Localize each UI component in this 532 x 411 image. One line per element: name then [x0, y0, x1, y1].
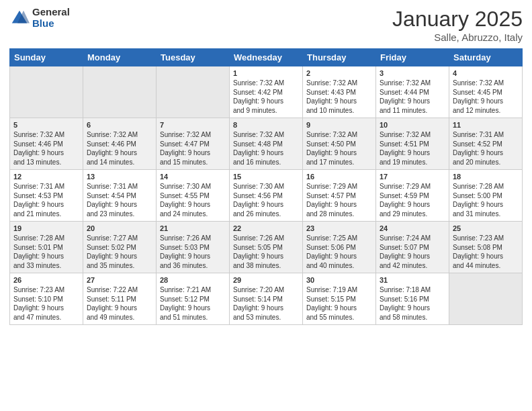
month-title: January 2025 — [392, 7, 523, 32]
day-number: 3 — [380, 69, 445, 77]
day-info: Sunrise: 7:28 AM Sunset: 5:01 PM Dayligh… — [13, 234, 79, 270]
day-number: 30 — [306, 276, 372, 284]
location-title: Salle, Abruzzo, Italy — [392, 32, 523, 43]
day-number: 23 — [306, 224, 372, 232]
day-info: Sunrise: 7:18 AM Sunset: 5:16 PM Dayligh… — [380, 285, 445, 322]
day-cell: 25Sunrise: 7:23 AM Sunset: 5:08 PM Dayli… — [449, 222, 523, 273]
day-cell: 9Sunrise: 7:32 AM Sunset: 4:50 PM Daylig… — [303, 118, 376, 170]
day-cell: 2Sunrise: 7:32 AM Sunset: 4:43 PM Daylig… — [303, 66, 376, 118]
day-info: Sunrise: 7:32 AM Sunset: 4:51 PM Dayligh… — [380, 130, 445, 167]
day-cell: 11Sunrise: 7:31 AM Sunset: 4:52 PM Dayli… — [449, 118, 523, 170]
day-info: Sunrise: 7:22 AM Sunset: 5:11 PM Dayligh… — [87, 285, 152, 322]
day-number: 12 — [13, 173, 79, 181]
day-info: Sunrise: 7:31 AM Sunset: 4:54 PM Dayligh… — [87, 182, 152, 218]
day-info: Sunrise: 7:32 AM Sunset: 4:46 PM Dayligh… — [13, 130, 79, 167]
day-number: 20 — [87, 224, 152, 232]
day-cell: 19Sunrise: 7:28 AM Sunset: 5:01 PM Dayli… — [10, 222, 83, 273]
logo-blue: Blue — [32, 18, 70, 30]
day-info: Sunrise: 7:19 AM Sunset: 5:15 PM Dayligh… — [306, 285, 372, 322]
day-info: Sunrise: 7:29 AM Sunset: 4:59 PM Dayligh… — [380, 182, 445, 218]
day-number: 6 — [87, 121, 152, 129]
day-info: Sunrise: 7:32 AM Sunset: 4:47 PM Dayligh… — [160, 130, 226, 167]
day-cell: 1Sunrise: 7:32 AM Sunset: 4:42 PM Daylig… — [230, 66, 303, 118]
day-info: Sunrise: 7:31 AM Sunset: 4:52 PM Dayligh… — [453, 130, 519, 167]
day-number: 18 — [453, 173, 519, 181]
day-number: 29 — [233, 276, 299, 284]
day-cell — [157, 66, 230, 118]
weekday-header-saturday: Saturday — [449, 49, 523, 66]
day-cell: 17Sunrise: 7:29 AM Sunset: 4:59 PM Dayli… — [376, 170, 449, 222]
week-row-2: 5Sunrise: 7:32 AM Sunset: 4:46 PM Daylig… — [10, 118, 523, 170]
day-cell: 3Sunrise: 7:32 AM Sunset: 4:44 PM Daylig… — [376, 66, 449, 118]
weekday-header-wednesday: Wednesday — [230, 49, 303, 66]
day-info: Sunrise: 7:20 AM Sunset: 5:14 PM Dayligh… — [233, 285, 299, 322]
day-number: 10 — [380, 121, 445, 129]
day-cell: 24Sunrise: 7:24 AM Sunset: 5:07 PM Dayli… — [376, 222, 449, 273]
day-info: Sunrise: 7:32 AM Sunset: 4:48 PM Dayligh… — [233, 130, 299, 167]
logo-general: General — [32, 7, 70, 18]
week-row-4: 19Sunrise: 7:28 AM Sunset: 5:01 PM Dayli… — [10, 222, 523, 273]
day-number: 8 — [233, 121, 299, 129]
day-cell: 10Sunrise: 7:32 AM Sunset: 4:51 PM Dayli… — [376, 118, 449, 170]
day-cell — [83, 66, 157, 118]
day-number: 7 — [160, 121, 226, 129]
day-number: 2 — [306, 69, 372, 77]
day-info: Sunrise: 7:24 AM Sunset: 5:07 PM Dayligh… — [380, 234, 445, 270]
day-info: Sunrise: 7:27 AM Sunset: 5:02 PM Dayligh… — [87, 234, 152, 270]
day-info: Sunrise: 7:26 AM Sunset: 5:05 PM Dayligh… — [233, 234, 299, 270]
day-number: 21 — [160, 224, 226, 232]
day-number: 19 — [13, 224, 79, 232]
day-info: Sunrise: 7:31 AM Sunset: 4:53 PM Dayligh… — [13, 182, 79, 218]
day-cell: 12Sunrise: 7:31 AM Sunset: 4:53 PM Dayli… — [10, 170, 83, 222]
day-cell: 30Sunrise: 7:19 AM Sunset: 5:15 PM Dayli… — [303, 273, 376, 325]
day-info: Sunrise: 7:25 AM Sunset: 5:06 PM Dayligh… — [306, 234, 372, 270]
day-number: 4 — [453, 69, 519, 77]
day-info: Sunrise: 7:23 AM Sunset: 5:08 PM Dayligh… — [453, 234, 519, 270]
weekday-header-friday: Friday — [376, 49, 449, 66]
title-block: January 2025 Salle, Abruzzo, Italy — [392, 7, 523, 43]
week-row-5: 26Sunrise: 7:23 AM Sunset: 5:10 PM Dayli… — [10, 273, 523, 325]
day-info: Sunrise: 7:28 AM Sunset: 5:00 PM Dayligh… — [453, 182, 519, 218]
day-number: 14 — [160, 173, 226, 181]
day-number: 5 — [13, 121, 79, 129]
day-info: Sunrise: 7:32 AM Sunset: 4:50 PM Dayligh… — [306, 130, 372, 167]
logo-text: General Blue — [32, 7, 70, 29]
weekday-header-sunday: Sunday — [10, 49, 83, 66]
day-cell: 16Sunrise: 7:29 AM Sunset: 4:57 PM Dayli… — [303, 170, 376, 222]
day-cell: 31Sunrise: 7:18 AM Sunset: 5:16 PM Dayli… — [376, 273, 449, 325]
day-number: 16 — [306, 173, 372, 181]
day-cell: 26Sunrise: 7:23 AM Sunset: 5:10 PM Dayli… — [10, 273, 83, 325]
page: General Blue January 2025 Salle, Abruzzo… — [0, 0, 532, 411]
day-info: Sunrise: 7:32 AM Sunset: 4:44 PM Dayligh… — [380, 79, 445, 115]
day-number: 26 — [13, 276, 79, 284]
day-info: Sunrise: 7:30 AM Sunset: 4:55 PM Dayligh… — [160, 182, 226, 218]
day-cell: 4Sunrise: 7:32 AM Sunset: 4:45 PM Daylig… — [449, 66, 523, 118]
weekday-header-thursday: Thursday — [303, 49, 376, 66]
logo-icon — [9, 8, 30, 28]
weekday-header-monday: Monday — [83, 49, 157, 66]
weekday-header-row: SundayMondayTuesdayWednesdayThursdayFrid… — [10, 49, 523, 66]
day-cell: 18Sunrise: 7:28 AM Sunset: 5:00 PM Dayli… — [449, 170, 523, 222]
logo: General Blue — [9, 7, 70, 29]
week-row-3: 12Sunrise: 7:31 AM Sunset: 4:53 PM Dayli… — [10, 170, 523, 222]
weekday-header-tuesday: Tuesday — [157, 49, 230, 66]
day-number: 22 — [233, 224, 299, 232]
day-info: Sunrise: 7:26 AM Sunset: 5:03 PM Dayligh… — [160, 234, 226, 270]
day-info: Sunrise: 7:23 AM Sunset: 5:10 PM Dayligh… — [13, 285, 79, 322]
day-number: 31 — [380, 276, 445, 284]
day-cell: 15Sunrise: 7:30 AM Sunset: 4:56 PM Dayli… — [230, 170, 303, 222]
day-cell: 22Sunrise: 7:26 AM Sunset: 5:05 PM Dayli… — [230, 222, 303, 273]
day-cell: 27Sunrise: 7:22 AM Sunset: 5:11 PM Dayli… — [83, 273, 157, 325]
day-number: 9 — [306, 121, 372, 129]
week-row-1: 1Sunrise: 7:32 AM Sunset: 4:42 PM Daylig… — [10, 66, 523, 118]
day-cell: 28Sunrise: 7:21 AM Sunset: 5:12 PM Dayli… — [157, 273, 230, 325]
header: General Blue January 2025 Salle, Abruzzo… — [9, 7, 523, 43]
day-cell: 23Sunrise: 7:25 AM Sunset: 5:06 PM Dayli… — [303, 222, 376, 273]
day-info: Sunrise: 7:30 AM Sunset: 4:56 PM Dayligh… — [233, 182, 299, 218]
day-number: 25 — [453, 224, 519, 232]
day-info: Sunrise: 7:32 AM Sunset: 4:45 PM Dayligh… — [453, 79, 519, 115]
day-info: Sunrise: 7:32 AM Sunset: 4:42 PM Dayligh… — [233, 79, 299, 115]
day-cell: 20Sunrise: 7:27 AM Sunset: 5:02 PM Dayli… — [83, 222, 157, 273]
calendar: SundayMondayTuesdayWednesdayThursdayFrid… — [9, 48, 523, 325]
day-number: 1 — [233, 69, 299, 77]
